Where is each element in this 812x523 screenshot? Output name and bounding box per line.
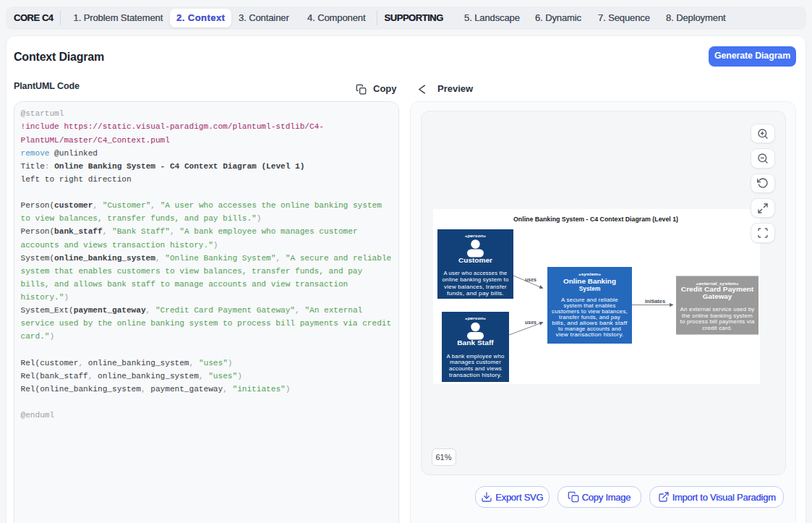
svg-text:online banking system to: online banking system to xyxy=(443,276,509,283)
svg-text:funds, and pay bills.: funds, and pay bills. xyxy=(447,290,504,297)
svg-text:credit card.: credit card. xyxy=(702,324,732,331)
svg-text:uses: uses xyxy=(525,319,537,324)
svg-text:«person»: «person» xyxy=(465,315,487,320)
svg-text:Online Banking System - C4 Con: Online Banking System - C4 Context Diagr… xyxy=(513,216,678,223)
svg-text:A user who accesses the: A user who accesses the xyxy=(444,269,508,276)
svg-text:Customer: Customer xyxy=(458,257,493,264)
svg-text:uses: uses xyxy=(525,277,537,282)
svg-text:«person»: «person» xyxy=(465,233,487,238)
svg-text:view balances, transfer: view balances, transfer xyxy=(444,284,507,290)
svg-text:Online Banking: Online Banking xyxy=(563,277,616,284)
svg-text:transaction history.: transaction history. xyxy=(449,372,502,378)
svg-text:System: System xyxy=(579,285,601,292)
svg-text:initiates: initiates xyxy=(645,299,665,304)
svg-text:Gateway: Gateway xyxy=(703,293,732,300)
svg-text:«system»: «system» xyxy=(578,271,602,276)
svg-text:«external_system»: «external_system» xyxy=(696,280,740,285)
svg-text:Credit Card Payment: Credit Card Payment xyxy=(681,286,753,293)
svg-text:Bank Staff: Bank Staff xyxy=(457,339,494,346)
svg-text:view transaction history.: view transaction history. xyxy=(556,331,624,338)
